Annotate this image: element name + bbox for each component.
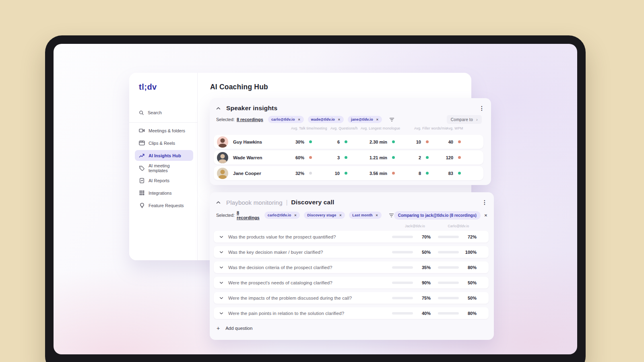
status-dot [426,156,429,159]
metric-value: 40 [448,140,453,144]
add-question-button[interactable]: + Add question [214,323,489,333]
kebab-menu-icon[interactable]: ⋮ [482,200,487,205]
selected-recordings-link[interactable]: 8 recordings [237,210,260,220]
filter-chip[interactable]: carlo@tldv.io ✕ [264,212,300,219]
status-dot [392,140,395,143]
filter-chip[interactable]: carlo@tldv.io ✕ [268,116,304,123]
close-icon[interactable]: ✕ [376,118,379,121]
chip-label: jane@tldv.io [351,117,373,121]
status-dot [309,140,312,143]
close-icon[interactable]: ✕ [339,214,342,217]
chevron-down-icon[interactable] [219,297,223,299]
playbook-filter-bar: Selected: 8 recordings carlo@tldv.io ✕ D… [216,211,484,220]
table-row[interactable]: Wade Warren 60% 3 1.21 min 2 120 [214,150,483,165]
metric-value: 30% [295,140,304,144]
percent-right: 80% [462,265,477,270]
filter-icon[interactable] [389,213,394,218]
question-row[interactable]: Was the key decision maker / buyer clari… [214,246,489,258]
status-dot [392,172,395,175]
metric-value: 60% [295,155,304,160]
percent-left: 50% [416,250,431,255]
metric-value: 83 [448,171,453,176]
trend-line-icon [139,153,145,158]
compare-to-button[interactable]: Compare to › [447,115,482,124]
metric-value: 10 [416,140,421,144]
page-title: AI Coaching Hub [210,83,268,91]
progress-bar-left [392,251,413,253]
chevron-down-icon[interactable] [219,251,223,253]
close-icon[interactable]: ✕ [484,213,487,218]
metric-cell: 3.56 min [347,171,395,176]
search-button[interactable]: Search [135,108,193,117]
chip-label: carlo@tldv.io [268,213,291,217]
filter-chip[interactable]: wade@tldv.io ✕ [308,116,344,123]
add-question-label: Add question [225,326,252,331]
search-label: Search [148,110,162,115]
kebab-menu-icon[interactable]: ⋮ [479,105,485,111]
filter-icon[interactable] [389,117,394,122]
metric-value: 8 [419,171,421,176]
column-header: Jack@tldv.io [399,224,431,228]
sidebar-divider [129,122,197,123]
column-header: Avg. Talk time/meeting [291,126,327,130]
sidebar-item-ai-reports[interactable]: AI Reports [135,175,193,186]
selected-recordings-link[interactable]: 8 recordings [237,117,263,122]
question-text: Were the prospect's needs of cataloging … [228,280,392,285]
question-text: Were the impacts of the problem discusse… [228,296,392,300]
status-dot [426,140,429,143]
chip-label: carlo@tldv.io [271,117,295,121]
close-icon[interactable]: ✕ [298,118,301,121]
sidebar-item-label: AI Reports [149,178,169,183]
chevron-down-icon[interactable] [219,282,223,284]
comparing-chip[interactable]: Comparing to jack@tldv.io (8 recordings) [394,211,481,220]
question-row[interactable]: Was the products value for the prospect … [214,231,489,243]
column-header: Avg. WPM [446,126,463,130]
question-row[interactable]: Was the decision criteria of the prospec… [214,261,489,273]
sidebar-item-ai-insights-hub[interactable]: AI Insights Hub [135,150,193,161]
status-dot [309,156,312,159]
status-dot [345,172,347,175]
speaker-table: Guy Hawkins 30% 6 2.30 min 10 40 Wade Wa… [214,135,483,182]
question-row[interactable]: Were the impacts of the problem discusse… [214,292,489,304]
progress-bar-right [438,297,459,299]
sidebar-item-ai-meeting-templates[interactable]: AI meeting templates [135,162,193,173]
metric-cell: 60% [273,155,312,160]
chevron-down-icon[interactable] [219,312,223,315]
chevron-down-icon[interactable] [219,236,223,238]
chevron-up-icon[interactable] [216,201,221,204]
progress-bar-left [392,236,413,238]
column-header: Avg. Questions/h [330,126,358,130]
question-text: Was the products value for the prospect … [228,234,392,239]
question-text: Was the key decision maker / buyer clari… [228,250,392,255]
sidebar-item-label: Integrations [149,191,171,195]
chevron-up-icon[interactable] [216,107,221,110]
metric-cell: 10 [395,140,429,144]
filter-chip[interactable]: Discovery stage ✕ [304,212,345,219]
filter-chip[interactable]: jane@tldv.io ✕ [348,116,382,123]
playbook-header: Playbook monitoring | Discovery call ⋮ [216,198,487,207]
chevron-down-icon[interactable] [219,266,223,269]
progress-bar-right [438,251,459,253]
column-header: Avg. Longest monologue [361,126,400,130]
speaker-insights-header: Speaker insights ⋮ [216,104,485,113]
percent-right: 50% [462,296,477,300]
percent-right: 100% [462,250,477,255]
table-row[interactable]: Jane Cooper 32% 10 3.56 min 8 83 [214,166,483,180]
selected-label: Selected: [216,213,235,218]
sidebar-item-clips-reels[interactable]: Clips & Reels [135,138,193,148]
filter-chip[interactable]: Last month ✕ [349,212,381,219]
table-row[interactable]: Guy Hawkins 30% 6 2.30 min 10 40 [214,135,483,149]
close-icon[interactable]: ✕ [294,214,297,217]
screen: tl;dv Search Meetings & folders [54,44,577,354]
question-row[interactable]: Were the pain points in relation to the … [214,307,489,319]
sidebar-item-feature-requests[interactable]: Feature Requests [135,200,193,211]
close-icon[interactable]: ✕ [338,118,341,121]
sidebar-item-meetings-folders[interactable]: Meetings & folders [135,125,193,136]
chevron-right-icon: › [476,117,478,122]
avatar [217,168,228,179]
metric-value: 3 [337,155,340,160]
metric-value: 10 [335,171,340,176]
question-row[interactable]: Were the prospect's needs of cataloging … [214,277,489,288]
close-icon[interactable]: ✕ [376,214,378,217]
sidebar-item-integrations[interactable]: Integrations [135,187,193,198]
